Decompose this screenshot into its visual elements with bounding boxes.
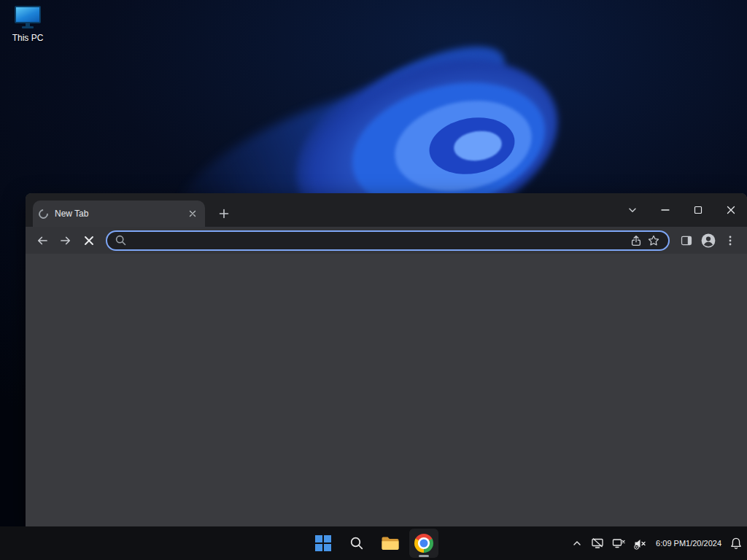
display-icon[interactable] [591,532,604,554]
tab-new-tab[interactable]: New Tab [33,201,205,227]
volume-muted-icon[interactable] [633,532,648,554]
address-bar[interactable] [106,230,670,251]
chrome-icon [414,534,433,553]
share-icon[interactable] [627,232,645,249]
desktop-icon-this-pc[interactable]: This PC [4,6,51,43]
back-button[interactable] [31,230,53,252]
folder-icon [381,535,400,551]
profile-avatar-icon[interactable] [697,230,719,252]
page-content [26,254,747,526]
start-button[interactable] [309,529,338,558]
notification-bell-icon[interactable] [729,532,743,554]
search-icon [349,535,365,551]
tab-title: New Tab [55,209,186,219]
loading-spinner-icon [36,207,50,220]
tab-close-icon[interactable] [186,207,199,220]
browser-window: New Tab [26,193,747,526]
tray-clock[interactable]: 6:09 PM 1/20/2024 [656,532,721,554]
tray-chevron-up-icon[interactable] [571,532,583,554]
bookmark-star-icon[interactable] [645,232,662,249]
windows-logo-icon [315,535,331,551]
tray-time: 6:09 PM [656,538,686,548]
tab-search-button[interactable] [616,198,649,222]
file-explorer-button[interactable] [376,529,405,558]
taskbar-center-icons [309,529,438,558]
tray-date: 1/20/2024 [686,538,721,548]
menu-dots-icon[interactable] [719,230,741,252]
minimize-button[interactable] [649,198,681,222]
new-tab-button[interactable] [214,203,234,224]
search-icon [115,234,127,246]
monitor-icon [13,6,42,31]
close-button[interactable] [714,198,747,222]
forward-button[interactable] [55,230,77,252]
browser-toolbar [26,227,747,254]
taskbar-search-button[interactable] [342,529,371,558]
maximize-button[interactable] [681,198,714,222]
tab-strip: New Tab [26,193,747,227]
desktop-icon-label: This PC [4,33,51,43]
window-controls [616,193,747,227]
side-panel-icon[interactable] [676,230,697,252]
network-disconnected-icon[interactable] [612,532,625,554]
stop-button[interactable] [78,230,100,252]
taskbar: 6:09 PM 1/20/2024 [0,526,747,560]
chrome-button[interactable] [409,529,438,558]
system-tray: 6:09 PM 1/20/2024 [571,526,743,560]
address-input[interactable] [131,232,623,249]
